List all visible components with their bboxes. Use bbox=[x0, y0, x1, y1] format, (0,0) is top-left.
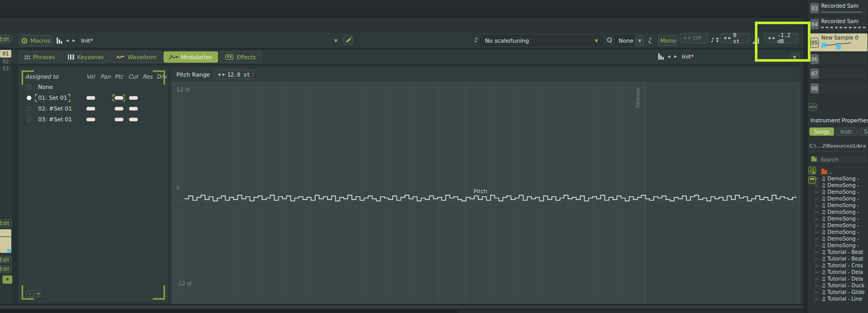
expand-triangle-icon[interactable]: ▷ bbox=[816, 264, 820, 268]
scale-dropdown[interactable]: No scale/tuning ▼ bbox=[480, 35, 603, 46]
waveform-thumbnail[interactable] bbox=[0, 229, 11, 253]
expand-triangle-icon[interactable]: ▷ bbox=[816, 217, 820, 221]
expand-triangle-icon[interactable]: ▷ bbox=[816, 230, 820, 234]
expand-triangle-icon[interactable]: ▷ bbox=[816, 190, 820, 194]
sample-slot-03[interactable]: 03Recorded Sam bbox=[808, 1, 868, 15]
expand-triangle-icon[interactable]: ▷ bbox=[816, 297, 820, 301]
expand-triangle-icon[interactable]: ▷ bbox=[816, 244, 820, 248]
add-set-button[interactable]: + bbox=[34, 290, 42, 297]
instrument-name-dropdown-icon[interactable]: ▼ bbox=[334, 39, 337, 43]
pitch-range-right-arrow[interactable]: ▶ bbox=[223, 72, 225, 77]
expand-triangle-icon[interactable]: ▷ bbox=[816, 224, 820, 228]
tree-item[interactable]: ▷♫DemoSong - bbox=[816, 215, 868, 222]
tree-item[interactable]: ▷♫DemoSong - bbox=[816, 235, 868, 242]
sample-slot-07[interactable]: 07 bbox=[808, 67, 868, 80]
mod-target-pill[interactable] bbox=[113, 95, 125, 101]
expand-triangle-icon[interactable]: ▷ bbox=[816, 204, 820, 208]
mono-toggle[interactable]: Mono bbox=[658, 35, 678, 46]
assigned-row[interactable]: 03: #Set 01 bbox=[19, 114, 168, 125]
assign-radio[interactable] bbox=[27, 117, 31, 122]
remove-set-button[interactable]: - bbox=[26, 290, 34, 297]
glide-stepper[interactable]: ◀ ▶ Off bbox=[680, 33, 708, 43]
tree-item[interactable]: ▷♫DemoSong - bbox=[816, 189, 868, 195]
pattern-slot-02[interactable]: 02 bbox=[0, 59, 11, 64]
mod-target-pill[interactable] bbox=[84, 116, 97, 123]
mod-target-pill[interactable] bbox=[127, 95, 139, 101]
expand-triangle-icon[interactable]: ▷ bbox=[816, 284, 820, 288]
rename-button[interactable] bbox=[343, 35, 353, 45]
expand-triangle-icon[interactable]: ▷ bbox=[816, 257, 820, 261]
sample-slot-08[interactable]: 08 bbox=[808, 82, 868, 95]
tab-waveform[interactable]: Waveform bbox=[111, 51, 162, 63]
assign-radio[interactable] bbox=[27, 85, 31, 89]
mod-target-pill[interactable] bbox=[127, 105, 139, 112]
transpose-stepper[interactable]: ◀ ▶ 0 st bbox=[720, 33, 750, 43]
edit-button-low2[interactable]: Edit bbox=[0, 265, 12, 272]
tree-item[interactable]: ▷♫Tutorial - Duck bbox=[816, 282, 868, 289]
glide-left-arrow[interactable]: ◀ bbox=[683, 36, 686, 40]
tree-item[interactable]: ▷♫DemoSong - bbox=[816, 229, 868, 235]
macros-button[interactable]: Macros bbox=[20, 35, 52, 46]
tree-item-parent-folder[interactable]: .. bbox=[816, 169, 868, 175]
glide-right-arrow[interactable]: ▶ bbox=[688, 36, 691, 40]
wildcard-button[interactable]: ** bbox=[808, 176, 816, 184]
tree-item[interactable]: ▷♫Tutorial - Dela bbox=[816, 269, 868, 275]
mod-target-pill[interactable] bbox=[113, 105, 125, 112]
search-filter-button[interactable] bbox=[808, 167, 816, 174]
expand-triangle-icon[interactable]: ▷ bbox=[816, 250, 820, 254]
mod-target-pill[interactable] bbox=[113, 116, 125, 123]
tab-modulation[interactable]: Modulation bbox=[164, 51, 218, 63]
tree-item[interactable]: ▷♫Tutorial - Line bbox=[816, 296, 868, 302]
tree-item[interactable]: ▷♫DemoSong - bbox=[816, 222, 868, 229]
rail-dropdown-button[interactable]: ▼ bbox=[3, 275, 12, 284]
tree-item[interactable]: ▷♫Tutorial - Dela bbox=[816, 275, 868, 282]
instrument-name[interactable]: Init* bbox=[81, 38, 93, 44]
tree-item[interactable]: ▷♫DemoSong - bbox=[816, 242, 868, 249]
edit-button-low1[interactable]: Edit bbox=[0, 256, 12, 263]
mod-set-next-arrow[interactable]: ▶ bbox=[674, 54, 677, 59]
pitch-envelope-chart[interactable]: 12 st 0 -12 st Pitch Release bbox=[171, 82, 801, 304]
transpose-left-arrow[interactable]: ◀ bbox=[724, 36, 726, 40]
tab-phrases[interactable]: Phrases bbox=[19, 51, 61, 63]
mod-target-pill[interactable] bbox=[84, 95, 97, 101]
sample-slot-06[interactable]: 06 bbox=[808, 53, 868, 65]
browser-tab-songs[interactable]: Songs bbox=[809, 127, 834, 136]
tree-item[interactable]: ▷♫DemoSong - bbox=[816, 209, 868, 215]
transpose-right-arrow[interactable]: ▶ bbox=[728, 36, 731, 40]
expand-triangle-icon[interactable]: ▷ bbox=[816, 270, 820, 274]
expand-triangle-icon[interactable]: ▷ bbox=[816, 277, 820, 281]
pattern-slot-01[interactable]: 01 bbox=[0, 50, 11, 58]
next-instrument-arrow[interactable]: ▶ bbox=[73, 39, 75, 43]
assigned-row[interactable]: 02: #Set 01 bbox=[19, 103, 168, 114]
tree-item[interactable]: ▷♫Tutorial - Cros bbox=[816, 262, 868, 269]
expand-triangle-icon[interactable]: ▷ bbox=[816, 197, 820, 201]
expand-triangle-icon[interactable]: ▷ bbox=[816, 237, 820, 241]
prev-instrument-arrow[interactable]: ◀ bbox=[66, 39, 68, 43]
mod-set-prev-arrow[interactable]: ◀ bbox=[667, 54, 670, 59]
mod-target-pill[interactable] bbox=[84, 105, 97, 112]
tree-item[interactable]: ▷♫Tutorial - Beat bbox=[816, 249, 868, 255]
sample-slot-05[interactable]: 05New Sample 0 bbox=[808, 33, 868, 52]
assigned-row[interactable]: None bbox=[19, 82, 168, 93]
pitch-range-stepper[interactable]: ◀ ▶ 12.0 st bbox=[214, 70, 254, 79]
browser-tab-sam[interactable]: Sam bbox=[859, 127, 868, 136]
browser-tab-instr[interactable]: Instr. bbox=[836, 127, 858, 136]
quantize-dropdown[interactable]: None bbox=[615, 35, 635, 46]
mod-set-name[interactable]: Init* bbox=[682, 53, 694, 60]
expand-triangle-icon[interactable]: ▷ bbox=[816, 183, 820, 188]
expand-triangle-icon[interactable]: ▷ bbox=[816, 210, 820, 214]
tree-item[interactable]: ▷♫Tutorial - Beat bbox=[816, 255, 868, 262]
assigned-row[interactable]: 01: Set 01 bbox=[19, 93, 168, 103]
quantize-dropdown-button[interactable]: ▼ bbox=[636, 35, 644, 46]
expand-triangle-icon[interactable]: ▷ bbox=[816, 177, 820, 181]
mod-target-pill[interactable] bbox=[127, 116, 139, 123]
edit-button-top[interactable]: Edit bbox=[0, 35, 12, 43]
search-input[interactable]: Search bbox=[808, 155, 868, 164]
expand-triangle-icon[interactable]: ▷ bbox=[816, 290, 820, 294]
pitch-range-left-arrow[interactable]: ◀ bbox=[218, 72, 220, 77]
tree-item[interactable]: ▷♫Tutorial - Glide bbox=[816, 289, 868, 296]
tab-effects[interactable]: FXEffects bbox=[220, 51, 262, 63]
tree-item[interactable]: ▷♫DemoSong - bbox=[816, 195, 868, 202]
tree-item[interactable]: ▷♫DemoSong - bbox=[816, 182, 868, 189]
collapse-panel-button[interactable]: >I< bbox=[808, 103, 817, 111]
